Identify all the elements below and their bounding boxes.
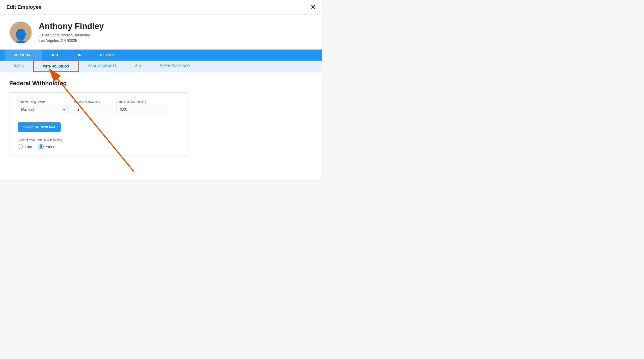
radio-true-label: True [25, 144, 32, 149]
filing-status-select[interactable]: Single Married Head of Household [18, 105, 68, 114]
modal-title: Edit Employee [6, 4, 42, 10]
radio-false-label: False [46, 144, 54, 149]
radio-false-inner [40, 145, 42, 148]
sub-tabs: BASIC WITHHOLDINGS BANK ACCOUNTS BIO EME… [0, 61, 322, 72]
subtab-basic[interactable]: BASIC [4, 61, 33, 72]
additional-withholding-input[interactable] [116, 105, 167, 114]
address-line2: Los Angeles, CA 90025 [39, 39, 77, 43]
employee-name: Anthony Findley [39, 21, 104, 31]
subtab-bio[interactable]: BIO [126, 61, 150, 72]
allowances-field: Federal Allowances [74, 100, 111, 114]
modal-header: Edit Employee ✕ [0, 0, 322, 14]
exempt-label: Exempt from Federal Withholding [18, 138, 180, 142]
section-title: Federal Withholding [9, 80, 313, 87]
fields-row: Federal Filing Status Single Married Hea… [18, 100, 180, 114]
subtab-withholdings[interactable]: WITHHOLDINGS [33, 61, 79, 72]
close-button[interactable]: ✕ [310, 4, 316, 10]
subtab-bank-accounts[interactable]: BANK ACCOUNTS [79, 61, 126, 72]
avatar-image [10, 22, 32, 43]
avatar [9, 21, 32, 44]
employee-details: Anthony Findley 10700 Santa Monica Boule… [39, 21, 104, 43]
filing-status-field: Federal Filing Status Single Married Hea… [18, 100, 68, 114]
address-line1: 10700 Santa Monica Boulevard [39, 33, 90, 37]
federal-withholding-card: Federal Filing Status Single Married Hea… [9, 92, 189, 156]
exempt-true-option[interactable]: True [18, 144, 32, 149]
edit-employee-modal: Edit Employee ✕ Anthony Findley 10700 Sa… [0, 0, 322, 179]
exempt-false-option[interactable]: False [38, 144, 54, 149]
tab-history[interactable]: HISTORY [91, 49, 124, 61]
tab-hr[interactable]: HR [67, 49, 91, 61]
content-area: Federal Withholding Federal Filing Statu… [0, 72, 322, 163]
switch-w4-button[interactable]: Switch To 2020 W-4 [18, 122, 61, 132]
radio-true-circle [18, 144, 23, 149]
subtab-emergency-info[interactable]: EMERGENCY INFO [150, 61, 199, 72]
additional-withholding-field: Additional Withholding [116, 100, 167, 114]
allowances-label: Federal Allowances [74, 100, 111, 103]
tab-personal[interactable]: PERSONAL [4, 49, 42, 61]
tab-job[interactable]: JOB [42, 49, 67, 61]
radio-false-circle [38, 144, 44, 149]
allowances-input[interactable] [74, 105, 111, 114]
main-tabs: PERSONAL JOB HR HISTORY [0, 49, 322, 61]
employee-info-section: Anthony Findley 10700 Santa Monica Boule… [0, 14, 322, 49]
additional-withholding-label: Additional Withholding [116, 100, 167, 103]
employee-address: 10700 Santa Monica Boulevard Los Angeles… [39, 32, 104, 43]
filing-status-label: Federal Filing Status [18, 100, 68, 104]
exempt-section: Exempt from Federal Withholding True Fal… [18, 138, 180, 149]
filing-status-select-wrapper: Single Married Head of Household ▼ [18, 105, 68, 114]
exempt-radio-group: True False [18, 144, 180, 149]
